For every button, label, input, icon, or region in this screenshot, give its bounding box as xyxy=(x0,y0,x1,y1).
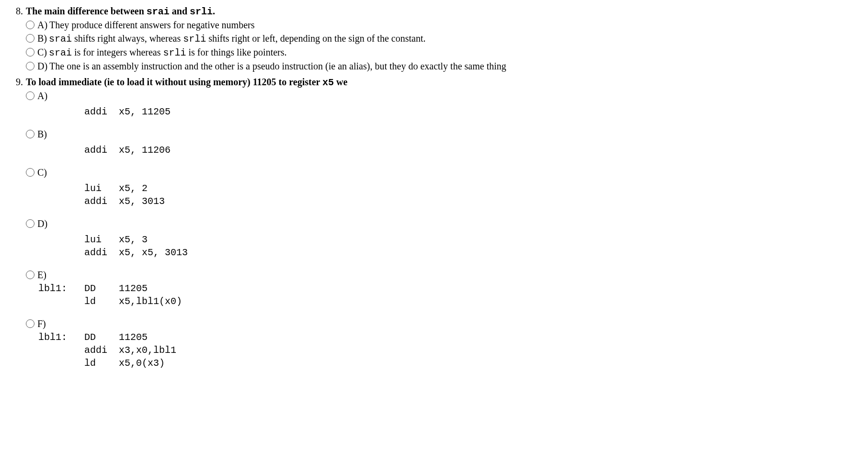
question-9: 9. To load immediate (ie to load it with… xyxy=(10,76,858,370)
radio-icon[interactable] xyxy=(26,91,34,100)
option-text: srai is for integers whereas srli is for… xyxy=(49,46,858,59)
option-text: The one is an assembly instruction and t… xyxy=(49,60,858,73)
option-label: D) xyxy=(37,217,47,230)
code-block-9b: addi x5, 11206 xyxy=(10,144,858,157)
question-number: 8. xyxy=(10,5,26,18)
radio-icon[interactable] xyxy=(26,62,34,70)
option-text: They produce different answers for negat… xyxy=(49,19,858,32)
question-8-header: 8. The main difference between srai and … xyxy=(10,5,858,18)
option-label: E) xyxy=(37,269,46,282)
option-label: A) xyxy=(37,90,47,102)
option-8a[interactable]: A) They produce different answers for ne… xyxy=(10,19,858,32)
radio-icon[interactable] xyxy=(26,271,34,279)
question-number: 9. xyxy=(10,76,26,89)
option-9f[interactable]: F) xyxy=(10,317,858,330)
radio-icon[interactable] xyxy=(26,168,34,177)
code-block-9f: lbl1: DD 11205 addi x3,x0,lbl1 ld x5,0(x… xyxy=(10,331,858,370)
code-block-9d: lui x5, 3 addi x5, x5, 3013 xyxy=(10,233,858,259)
question-text: To load immediate (ie to load it without… xyxy=(26,76,858,89)
option-8d[interactable]: D) The one is an assembly instruction an… xyxy=(10,60,858,73)
radio-icon[interactable] xyxy=(26,34,34,43)
option-label: C) xyxy=(37,46,47,59)
code-block-9a: addi x5, 11205 xyxy=(10,105,858,118)
code-block-9e: lbl1: DD 11205 ld x5,lbl1(x0) xyxy=(10,282,858,308)
option-label: C) xyxy=(37,166,47,179)
radio-icon[interactable] xyxy=(26,21,34,29)
option-label: D) xyxy=(37,60,47,73)
radio-icon[interactable] xyxy=(26,319,34,328)
option-label: B) xyxy=(37,128,47,141)
option-9d[interactable]: D) xyxy=(10,217,858,230)
radio-icon[interactable] xyxy=(26,130,34,138)
option-label: F) xyxy=(37,317,46,330)
option-label: B) xyxy=(37,32,47,45)
option-9c[interactable]: C) xyxy=(10,166,858,179)
question-8: 8. The main difference between srai and … xyxy=(10,5,858,73)
option-9a[interactable]: A) xyxy=(10,90,858,102)
question-9-header: 9. To load immediate (ie to load it with… xyxy=(10,76,858,89)
option-text: srai shifts right always, whereas srli s… xyxy=(49,32,858,45)
question-text: The main difference between srai and srl… xyxy=(26,5,858,18)
option-9b[interactable]: B) xyxy=(10,128,858,141)
option-9e[interactable]: E) xyxy=(10,269,858,282)
radio-icon[interactable] xyxy=(26,219,34,228)
radio-icon[interactable] xyxy=(26,48,34,56)
option-8c[interactable]: C) srai is for integers whereas srli is … xyxy=(10,46,858,59)
code-block-9c: lui x5, 2 addi x5, 3013 xyxy=(10,182,858,208)
option-8b[interactable]: B) srai shifts right always, whereas srl… xyxy=(10,32,858,45)
option-label: A) xyxy=(37,19,47,32)
